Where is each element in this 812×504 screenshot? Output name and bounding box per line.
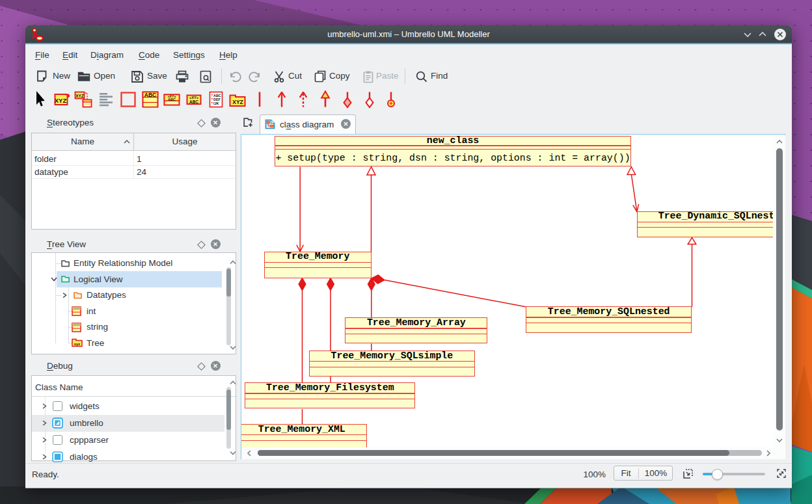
svg-text:ABC: ABC [189,99,198,103]
svg-text:ABC: ABC [168,97,176,101]
svg-text:ABC: ABC [144,91,156,98]
svg-text:xyz: xyz [74,342,81,346]
svg-text:XYZ: XYZ [76,93,85,98]
svg-text:IJK: IJK [213,101,219,105]
svg-text:XYZ: XYZ [54,97,66,104]
svg-text:XYZ: XYZ [233,98,244,105]
